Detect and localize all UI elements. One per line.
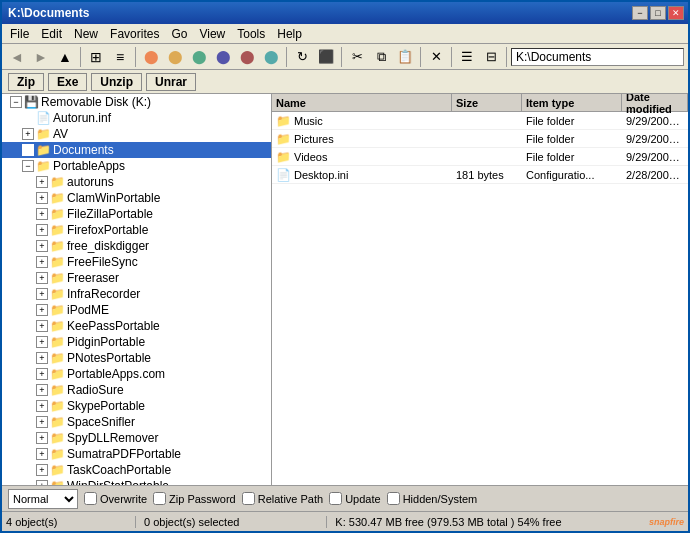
- overwrite-checkbox-label[interactable]: Overwrite: [84, 492, 147, 505]
- tree-item-radiosure[interactable]: + 📁 RadioSure: [2, 382, 271, 398]
- expand-ipodme[interactable]: +: [36, 304, 48, 316]
- expand-freeraser[interactable]: +: [36, 272, 48, 284]
- menu-edit[interactable]: Edit: [35, 26, 68, 42]
- address-input[interactable]: [511, 48, 684, 66]
- expand-radiosure[interactable]: +: [36, 384, 48, 396]
- expand-filezilla[interactable]: +: [36, 208, 48, 220]
- expand-documents[interactable]: +: [22, 144, 34, 156]
- tree-item-windirstat[interactable]: + 📁 WinDirStatPortable: [2, 478, 271, 485]
- hidden-system-checkbox-label[interactable]: Hidden/System: [387, 492, 478, 505]
- toolbar-icon-2[interactable]: ⬤: [164, 46, 186, 68]
- list-view-button[interactable]: ☰: [456, 46, 478, 68]
- minimize-button[interactable]: −: [632, 6, 648, 20]
- tree-item-skype[interactable]: + 📁 SkypePortable: [2, 398, 271, 414]
- menu-help[interactable]: Help: [271, 26, 308, 42]
- toolbar-icon-4[interactable]: ⬤: [212, 46, 234, 68]
- tree-item-freedisk[interactable]: + 📁 free_diskdigger: [2, 238, 271, 254]
- tree-item-sumatra[interactable]: + 📁 SumatraPDFPortable: [2, 446, 271, 462]
- tree-item-autorun[interactable]: 📄 Autorun.inf: [2, 110, 271, 126]
- up-button[interactable]: ▲: [54, 46, 76, 68]
- tree-item-pnotes[interactable]: + 📁 PNotesPortable: [2, 350, 271, 366]
- tree-item-av[interactable]: + 📁 AV: [2, 126, 271, 142]
- header-name[interactable]: Name: [272, 94, 452, 111]
- update-checkbox-label[interactable]: Update: [329, 492, 380, 505]
- expand-pidgin[interactable]: +: [36, 336, 48, 348]
- exe-button[interactable]: Exe: [48, 73, 87, 91]
- expand-freedisk[interactable]: +: [36, 240, 48, 252]
- expand-portableapps[interactable]: −: [22, 160, 34, 172]
- file-row[interactable]: 📁Music File folder 9/29/2009 ...: [272, 112, 688, 130]
- unzip-button[interactable]: Unzip: [91, 73, 142, 91]
- tree-item-infrarecorder[interactable]: + 📁 InfraRecorder: [2, 286, 271, 302]
- forward-button[interactable]: ►: [30, 46, 52, 68]
- expand-spacesnifler[interactable]: +: [36, 416, 48, 428]
- refresh-button[interactable]: ↻: [291, 46, 313, 68]
- expand-spydll[interactable]: +: [36, 432, 48, 444]
- tree-item-removable[interactable]: − 💾 Removable Disk (K:): [2, 94, 271, 110]
- cut-button[interactable]: ✂: [346, 46, 368, 68]
- file-row[interactable]: 📁Pictures File folder 9/29/2009 ...: [272, 130, 688, 148]
- tree-item-autoruns[interactable]: + 📁 autoruns: [2, 174, 271, 190]
- file-row[interactable]: 📄Desktop.ini 181 bytes Configuratio... 2…: [272, 166, 688, 184]
- expand-skype[interactable]: +: [36, 400, 48, 412]
- toolbar-icon-3[interactable]: ⬤: [188, 46, 210, 68]
- menu-new[interactable]: New: [68, 26, 104, 42]
- large-icons-button[interactable]: ⊞: [85, 46, 107, 68]
- tree-item-taskcoach[interactable]: + 📁 TaskCoachPortable: [2, 462, 271, 478]
- maximize-button[interactable]: □: [650, 6, 666, 20]
- file-row[interactable]: 📁Videos File folder 9/29/2009 ...: [272, 148, 688, 166]
- expand-keepass[interactable]: +: [36, 320, 48, 332]
- tree-item-spacesnifler[interactable]: + 📁 SpaceSnifler: [2, 414, 271, 430]
- menu-go[interactable]: Go: [165, 26, 193, 42]
- expand-infrarecorder[interactable]: +: [36, 288, 48, 300]
- toolbar-icon-5[interactable]: ⬤: [236, 46, 258, 68]
- menu-tools[interactable]: Tools: [231, 26, 271, 42]
- tree-item-spydll[interactable]: + 📁 SpyDLLRemover: [2, 430, 271, 446]
- overwrite-checkbox[interactable]: [84, 492, 97, 505]
- toolbar-icon-6[interactable]: ⬤: [260, 46, 282, 68]
- tree-item-freefilesync[interactable]: + 📁 FreeFileSync: [2, 254, 271, 270]
- expand-freefilesync[interactable]: +: [36, 256, 48, 268]
- expand-autoruns[interactable]: +: [36, 176, 48, 188]
- expand-sumatra[interactable]: +: [36, 448, 48, 460]
- menu-view[interactable]: View: [193, 26, 231, 42]
- tree-item-ipodme[interactable]: + 📁 iPodME: [2, 302, 271, 318]
- header-type[interactable]: Item type: [522, 94, 622, 111]
- paste-button[interactable]: 📋: [394, 46, 416, 68]
- tree-item-firefox[interactable]: + 📁 FirefoxPortable: [2, 222, 271, 238]
- hidden-system-checkbox[interactable]: [387, 492, 400, 505]
- mode-select[interactable]: Normal Store Fastest Best: [8, 489, 78, 509]
- tree-item-filezilla[interactable]: + 📁 FileZillaPortable: [2, 206, 271, 222]
- copy-button[interactable]: ⧉: [370, 46, 392, 68]
- tree-item-portableappscom[interactable]: + 📁 PortableApps.com: [2, 366, 271, 382]
- tree-item-keepass[interactable]: + 📁 KeePassPortable: [2, 318, 271, 334]
- relative-path-checkbox[interactable]: [242, 492, 255, 505]
- zip-password-checkbox[interactable]: [153, 492, 166, 505]
- expand-taskcoach[interactable]: +: [36, 464, 48, 476]
- menu-favorites[interactable]: Favorites: [104, 26, 165, 42]
- expand-firefox[interactable]: +: [36, 224, 48, 236]
- header-date[interactable]: Date modified: [622, 94, 688, 111]
- expand-av[interactable]: +: [22, 128, 34, 140]
- tree-item-clamwin[interactable]: + 📁 ClamWinPortable: [2, 190, 271, 206]
- expand-pnotes[interactable]: +: [36, 352, 48, 364]
- delete-button[interactable]: ✕: [425, 46, 447, 68]
- close-button[interactable]: ✕: [668, 6, 684, 20]
- update-checkbox[interactable]: [329, 492, 342, 505]
- unrar-button[interactable]: Unrar: [146, 73, 196, 91]
- back-button[interactable]: ◄: [6, 46, 28, 68]
- small-icons-button[interactable]: ≡: [109, 46, 131, 68]
- expand-clamwin[interactable]: +: [36, 192, 48, 204]
- zip-button[interactable]: Zip: [8, 73, 44, 91]
- tree-item-pidgin[interactable]: + 📁 PidginPortable: [2, 334, 271, 350]
- zip-password-checkbox-label[interactable]: Zip Password: [153, 492, 236, 505]
- expand-removable[interactable]: −: [10, 96, 22, 108]
- tree-item-documents[interactable]: + 📁 Documents: [2, 142, 271, 158]
- toolbar-icon-1[interactable]: ⬤: [140, 46, 162, 68]
- tree-item-portableapps[interactable]: − 📁 PortableApps: [2, 158, 271, 174]
- tree-item-freeraser[interactable]: + 📁 Freeraser: [2, 270, 271, 286]
- stop-button[interactable]: ⬛: [315, 46, 337, 68]
- header-size[interactable]: Size: [452, 94, 522, 111]
- detail-view-button[interactable]: ⊟: [480, 46, 502, 68]
- menu-file[interactable]: File: [4, 26, 35, 42]
